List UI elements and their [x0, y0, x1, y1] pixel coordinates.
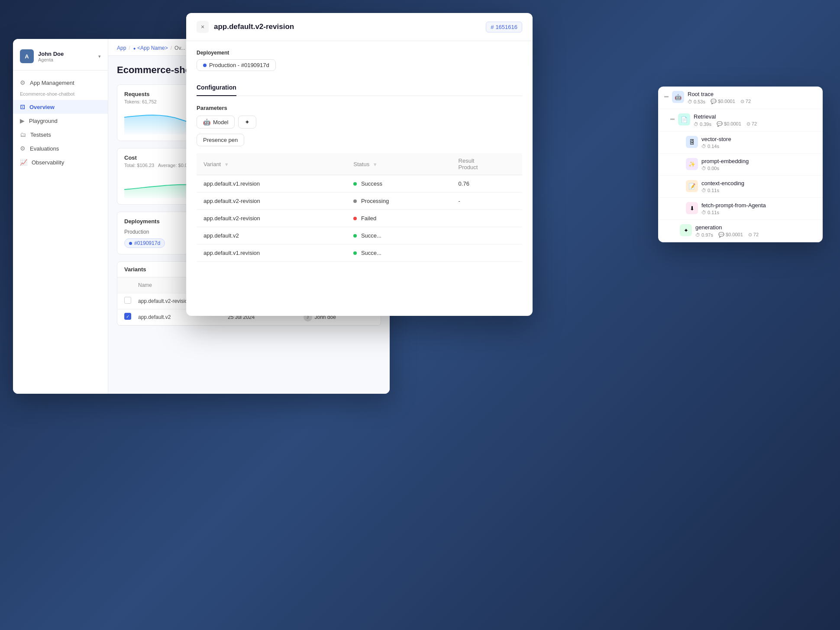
- filter-icon[interactable]: ▼: [224, 162, 229, 167]
- table-row[interactable]: app.default.v1.revision Succe...: [197, 244, 522, 262]
- openai-button[interactable]: ✦: [238, 116, 256, 129]
- hash-value: 1651616: [495, 24, 517, 30]
- trace-meta: ⏱ 0.97s💬 $0.0001⊙ 72: [695, 232, 817, 238]
- deploy-dot: [129, 242, 132, 245]
- evaluations-icon: ⚙: [20, 145, 26, 152]
- avatar: A: [20, 49, 34, 63]
- modal-window: × app.default.v2-revision # 1651616 Depl…: [186, 13, 533, 316]
- model-label: Model: [213, 119, 228, 125]
- trace-time: ⏱ 0.14s: [701, 144, 719, 149]
- app-management-icon: ⚙: [20, 79, 26, 86]
- trace-tokens: ⊙ 72: [740, 99, 751, 104]
- trace-meta: ⏱ 0.14s: [701, 144, 817, 149]
- trace-cost: 💬 $0.0001: [717, 121, 741, 127]
- trace-item: ▬ 🤖 Root trace ⏱ 0.53s💬 $0.0001⊙ 72: [658, 87, 823, 109]
- trace-time: ⏱ 0.97s: [695, 232, 713, 238]
- trace-time: ⏱ 0.53s: [688, 99, 705, 104]
- deploy-badge[interactable]: #0190917d: [124, 238, 165, 248]
- status-dot: [353, 199, 357, 203]
- sidebar-item-testsets[interactable]: 🗂 Testsets: [13, 128, 108, 141]
- table-row[interactable]: app.default.v2-revision Failed: [197, 210, 522, 227]
- trace-icon: 📄: [678, 113, 690, 125]
- trace-item[interactable]: 🗄 vector-store ⏱ 0.14s: [658, 132, 823, 154]
- sidebar-item-playground[interactable]: ▶ Playground: [13, 114, 108, 128]
- sidebar: A John Doe Agenta ▾ ⚙ App Management Eco…: [13, 39, 108, 394]
- close-button[interactable]: ×: [197, 21, 209, 33]
- trace-name: generation: [695, 224, 817, 231]
- user-info: John Doe Agenta: [38, 51, 98, 62]
- trace-meta: ⏱ 0.11s: [701, 188, 817, 193]
- trace-icon: ✦: [680, 224, 692, 236]
- trace-name: context-encoding: [701, 180, 817, 186]
- status-dot: [353, 182, 357, 186]
- trace-icon: 🗄: [686, 136, 698, 148]
- presence-field[interactable]: Presence pen: [197, 134, 244, 146]
- trace-item[interactable]: ⬇ fetch-prompt-from-Agenta ⏱ 0.11s: [658, 198, 823, 220]
- trace-item[interactable]: ▬ 📄 Retrieval ⏱ 0.39s💬 $0.0001⊙ 72: [658, 109, 823, 132]
- chevron-down-icon: ▾: [98, 54, 101, 59]
- trace-info: Root trace ⏱ 0.53s💬 $0.0001⊙ 72: [688, 91, 817, 104]
- trace-item[interactable]: 📝 context-encoding ⏱ 0.11s: [658, 176, 823, 198]
- trace-time: ⏱ 0.39s: [694, 121, 711, 127]
- user-profile[interactable]: A John Doe Agenta ▾: [13, 46, 108, 71]
- result-cell: 0.76: [452, 175, 522, 193]
- modal-header: × app.default.v2-revision # 1651616: [186, 13, 533, 41]
- sidebar-item-app-management[interactable]: ⚙ App Management: [13, 76, 108, 90]
- trace-meta: ⏱ 0.11s: [701, 210, 817, 215]
- variant-cell: app.default.v2: [197, 227, 346, 244]
- hash-badge: # 1651616: [486, 22, 522, 32]
- trace-name: vector-store: [701, 136, 817, 142]
- result-cell: [452, 244, 522, 262]
- prod-text: Production - #0190917d: [209, 62, 269, 68]
- sidebar-item-label: Testsets: [30, 132, 51, 138]
- trace-cost: 💬 $0.0001: [718, 232, 743, 238]
- breadcrumb-app-name[interactable]: ⬥ <App Name>: [133, 45, 168, 51]
- playground-icon: ▶: [20, 117, 25, 124]
- status-cell: Processing: [346, 193, 451, 210]
- trace-info: fetch-prompt-from-Agenta ⏱ 0.11s: [701, 202, 817, 215]
- hash-icon: #: [491, 24, 494, 30]
- table-row[interactable]: app.default.v1.revision Success 0.76: [197, 175, 522, 193]
- trace-time: ⏱ 0.11s: [701, 210, 719, 215]
- result-cell: [452, 210, 522, 227]
- sidebar-item-label: Overview: [29, 104, 55, 110]
- tab-configuration[interactable]: Configuration: [197, 80, 236, 96]
- trace-info: context-encoding ⏱ 0.11s: [701, 180, 817, 193]
- variant-cell: app.default.v1.revision: [197, 175, 346, 193]
- breadcrumb-app[interactable]: App: [117, 45, 126, 51]
- trace-icon: 📝: [686, 180, 698, 192]
- presence-row: Presence pen: [197, 134, 522, 146]
- deploy-id: #0190917d: [134, 240, 160, 246]
- expand-icon[interactable]: ▬: [664, 93, 669, 98]
- modal-body: Deployement Production - #0190917d Confi…: [186, 41, 533, 316]
- trace-item[interactable]: ✨ prompt-embedding ⏱ 0.00s: [658, 154, 823, 176]
- sidebar-item-label: Playground: [29, 118, 58, 124]
- eval-table: Variant ▼ Status ▼ Result Product app.de…: [197, 153, 522, 262]
- trace-meta: ⏱ 0.39s💬 $0.0001⊙ 72: [694, 121, 817, 127]
- breadcrumb-current: Ov...: [174, 45, 185, 51]
- user-subtitle: Agenta: [38, 57, 98, 62]
- model-button[interactable]: 🤖 Model: [197, 116, 235, 129]
- header-checkbox-cell: [124, 281, 133, 289]
- variant-cell: app.default.v2-revision: [197, 193, 346, 210]
- trace-tokens: ⊙ 72: [746, 121, 757, 127]
- production-badge[interactable]: Production - #0190917d: [197, 59, 276, 71]
- status-dot: [353, 217, 357, 220]
- col-result-header: Result Product: [452, 153, 522, 175]
- filter-icon[interactable]: ▼: [373, 162, 378, 167]
- sidebar-item-overview[interactable]: ⊡ Overview: [13, 100, 108, 114]
- expand-icon[interactable]: ▬: [670, 116, 675, 121]
- table-row[interactable]: app.default.v2-revision Processing -: [197, 193, 522, 210]
- trace-cost: 💬 $0.0001: [711, 99, 735, 104]
- trace-info: Retrieval ⏱ 0.39s💬 $0.0001⊙ 72: [694, 113, 817, 127]
- trace-item[interactable]: ✦ generation ⏱ 0.97s💬 $0.0001⊙ 72: [658, 220, 823, 242]
- sidebar-item-evaluations[interactable]: ⚙ Evaluations: [13, 141, 108, 155]
- table-row[interactable]: app.default.v2 Succe...: [197, 227, 522, 244]
- modal-tabs: Configuration: [197, 80, 522, 96]
- status-cell: Succe...: [346, 244, 451, 262]
- sidebar-item-observability[interactable]: 📈 Observability: [13, 155, 108, 169]
- row1-checkbox[interactable]: [124, 297, 133, 305]
- result-cell: [452, 227, 522, 244]
- trace-info: generation ⏱ 0.97s💬 $0.0001⊙ 72: [695, 224, 817, 238]
- row2-checkbox[interactable]: ✓: [124, 313, 133, 321]
